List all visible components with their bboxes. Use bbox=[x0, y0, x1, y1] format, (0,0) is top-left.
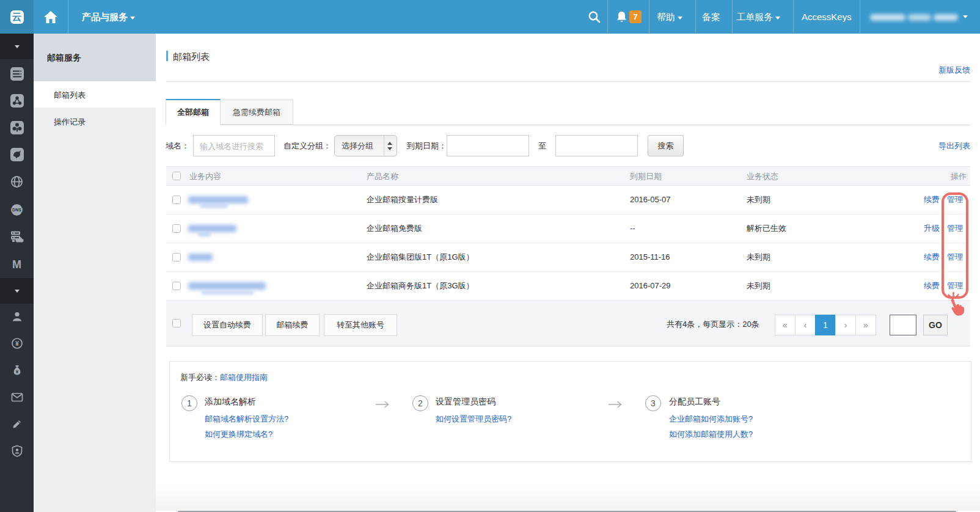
svg-text:¥: ¥ bbox=[16, 369, 19, 375]
svg-text:¥: ¥ bbox=[15, 340, 19, 347]
svg-text:DNS: DNS bbox=[12, 208, 21, 212]
